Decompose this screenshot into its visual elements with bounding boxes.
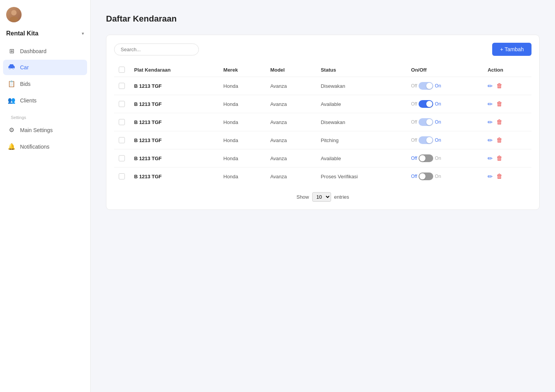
row-checkbox[interactable] [119, 137, 125, 143]
cell-action: ✏ 🗑 [483, 168, 531, 186]
toggle-off-label: Off [411, 101, 417, 107]
table-row: B 1213 TGF Honda Avanza Available Off On… [114, 149, 531, 168]
toggle-on-label: On [435, 137, 441, 143]
svg-point-3 [9, 68, 11, 69]
avatar [6, 7, 22, 22]
cell-status: Available [316, 95, 406, 113]
sidebar-item-bids[interactable]: 📋 Bids [3, 76, 87, 92]
cell-model: Avanza [266, 95, 316, 113]
add-vehicle-button[interactable]: + Tambah [492, 43, 531, 56]
sidebar-item-label: Car [20, 64, 29, 70]
toggle-switch[interactable] [419, 154, 433, 162]
table-row: B 1213 TGF Honda Avanza Proses Verifikas… [114, 168, 531, 186]
delete-button[interactable]: 🗑 [496, 155, 503, 162]
delete-button[interactable]: 🗑 [496, 119, 503, 126]
cell-merek: Honda [219, 77, 266, 95]
page-title: Daftar Kendaraan [106, 14, 540, 24]
toggle-switch[interactable] [419, 118, 433, 126]
toggle-wrapper: Off On [411, 154, 479, 162]
edit-button[interactable]: ✏ [488, 101, 493, 108]
sidebar-item-clients[interactable]: 👥 Clients [3, 92, 87, 108]
sidebar-item-label: Clients [20, 97, 37, 104]
edit-button[interactable]: ✏ [488, 173, 493, 180]
toggle-on-label: On [435, 101, 441, 107]
col-action: Action [483, 63, 531, 77]
col-model: Model [266, 63, 316, 77]
row-checkbox[interactable] [119, 119, 125, 125]
toggle-wrapper: Off On [411, 118, 479, 126]
cell-toggle: Off On [407, 113, 483, 131]
cell-merek: Honda [219, 95, 266, 113]
cell-model: Avanza [266, 77, 316, 95]
vehicles-table: Plat Kendaraan Merek Model Status On/Off… [114, 63, 531, 185]
cell-plat: B 1213 TGF [130, 113, 219, 131]
select-all-checkbox[interactable] [119, 67, 125, 73]
svg-point-0 [11, 10, 17, 15]
toggle-wrapper: Off On [411, 136, 479, 144]
brand-name: Rental Kita [6, 30, 79, 37]
cell-merek: Honda [219, 113, 266, 131]
row-checkbox[interactable] [119, 173, 125, 179]
cell-model: Avanza [266, 113, 316, 131]
cell-toggle: Off On [407, 131, 483, 149]
toggle-off-label: Off [411, 83, 417, 89]
cell-plat: B 1213 TGF [130, 131, 219, 149]
cell-status: Disewakan [316, 77, 406, 95]
toggle-off-label: Off [411, 119, 417, 125]
dashboard-icon: ⊞ [8, 47, 15, 55]
delete-button[interactable]: 🗑 [496, 101, 503, 107]
cell-action: ✏ 🗑 [483, 131, 531, 149]
cell-action: ✏ 🗑 [483, 77, 531, 95]
sidebar-item-dashboard[interactable]: ⊞ Dashboard [3, 43, 87, 59]
toggle-switch[interactable] [419, 82, 433, 90]
toggle-switch[interactable] [419, 136, 433, 144]
show-label: Show [296, 194, 309, 200]
row-checkbox[interactable] [119, 155, 125, 161]
edit-button[interactable]: ✏ [488, 137, 493, 144]
edit-button[interactable]: ✏ [488, 119, 493, 126]
toggle-wrapper: Off On [411, 100, 479, 108]
table-footer: Show 10 25 50 entries [114, 192, 531, 202]
entries-select[interactable]: 10 25 50 [312, 192, 331, 202]
cell-action: ✏ 🗑 [483, 113, 531, 131]
delete-button[interactable]: 🗑 [496, 173, 503, 180]
cell-status: Pitching [316, 131, 406, 149]
svg-point-4 [13, 68, 14, 69]
row-checkbox[interactable] [119, 101, 125, 107]
toggle-off-label: Off [411, 156, 417, 161]
cell-merek: Honda [219, 131, 266, 149]
delete-button[interactable]: 🗑 [496, 82, 503, 89]
clients-icon: 👥 [8, 97, 15, 104]
sidebar-item-label: Dashboard [20, 48, 47, 54]
sidebar-header [0, 0, 90, 28]
col-onoff: On/Off [407, 63, 483, 77]
chevron-down-icon: ▾ [82, 31, 84, 36]
brand-row[interactable]: Rental Kita ▾ [0, 28, 90, 43]
sidebar-item-main-settings[interactable]: ⚙ Main Settings [3, 122, 87, 138]
sidebar-item-label: Bids [20, 81, 30, 87]
delete-button[interactable]: 🗑 [496, 137, 503, 144]
table-row: B 1213 TGF Honda Avanza Disewakan Off On… [114, 77, 531, 95]
table-toolbar: + Tambah [114, 43, 531, 56]
sidebar-item-car[interactable]: Car [3, 60, 87, 75]
col-status: Status [316, 63, 406, 77]
toggle-switch[interactable] [419, 173, 433, 180]
edit-button[interactable]: ✏ [488, 155, 493, 162]
cell-toggle: Off On [407, 168, 483, 186]
col-merek: Merek [219, 63, 266, 77]
row-checkbox[interactable] [119, 83, 125, 89]
bell-icon: 🔔 [8, 143, 15, 150]
toggle-wrapper: Off On [411, 82, 479, 90]
sidebar-item-notifications[interactable]: 🔔 Notifications [3, 139, 87, 154]
entries-label: entries [334, 194, 349, 200]
sidebar-item-label: Notifications [20, 144, 49, 150]
edit-button[interactable]: ✏ [488, 82, 493, 90]
cell-model: Avanza [266, 168, 316, 186]
search-input[interactable] [114, 44, 199, 55]
cell-status: Proses Verifikasi [316, 168, 406, 186]
cell-model: Avanza [266, 131, 316, 149]
table-card: + Tambah Plat Kendaraan Merek Model Stat… [106, 35, 540, 210]
table-row: B 1213 TGF Honda Avanza Pitching Off On … [114, 131, 531, 149]
toggle-switch[interactable] [419, 100, 433, 108]
svg-point-1 [10, 17, 18, 22]
